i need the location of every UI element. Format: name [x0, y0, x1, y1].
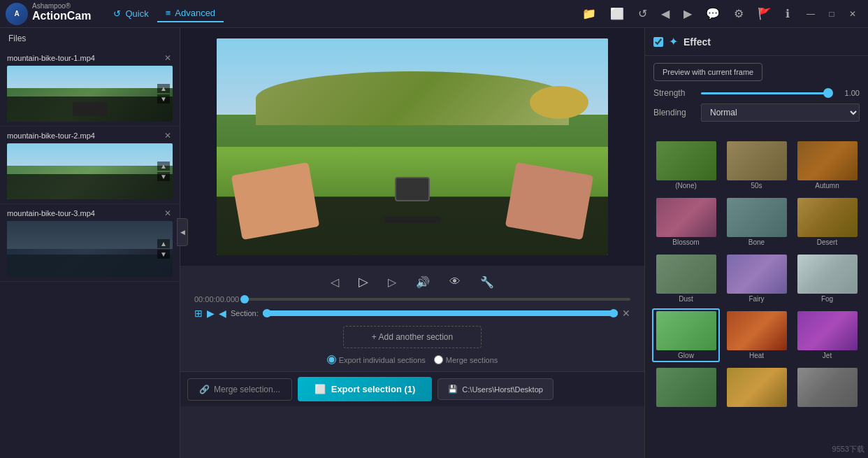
folder-icon[interactable]: 📁	[578, 4, 600, 23]
file-close-3[interactable]: ✕	[163, 208, 173, 218]
scroll-up-1[interactable]: ▲	[157, 84, 170, 93]
play-btn[interactable]: ▷	[354, 273, 372, 291]
tools-btn[interactable]: 🔧	[476, 274, 498, 290]
export-individual-option[interactable]: Export individual sections	[327, 355, 426, 364]
file-header-1: mountain-bike-tour-1.mp4 ✕	[7, 53, 173, 63]
export-individual-radio[interactable]	[327, 355, 336, 364]
effect-item-desert[interactable]: Desert	[793, 195, 861, 249]
effect-item-glow[interactable]: Glow	[652, 308, 720, 362]
settings-icon[interactable]: ⚙	[730, 4, 748, 23]
sidebar-collapse-btn[interactable]: ◀	[177, 218, 188, 246]
file-thumb-3[interactable]: ▲ ▼	[7, 221, 173, 277]
effect-item-jet[interactable]: Jet	[793, 308, 861, 362]
effect-grid: (None)50sAutumnBlossomBoneDesertDustFair…	[645, 134, 868, 415]
titlebar: A Ashampoo® ActionCam ↺ Quick ≡ Advanced…	[0, 0, 868, 28]
blending-select[interactable]: Normal Multiply Screen Overlay	[701, 103, 860, 122]
effect-item-dust[interactable]: Dust	[652, 252, 720, 306]
add-section-btn[interactable]: + Add another section	[343, 326, 482, 348]
volume-btn[interactable]: 🔊	[412, 274, 434, 290]
info-icon[interactable]: ℹ	[781, 4, 794, 23]
effect-thumb-desert	[797, 198, 858, 237]
logo-icon: A	[6, 3, 28, 25]
next-frame-btn[interactable]: ▷	[384, 274, 400, 290]
maximize-button[interactable]: □	[822, 4, 841, 24]
file-close-1[interactable]: ✕	[163, 53, 173, 63]
effect-sky-heat	[727, 311, 787, 335]
effect-sky-jet	[797, 311, 858, 335]
scroll-up-3[interactable]: ▲	[157, 239, 170, 248]
merge-sections-radio[interactable]	[434, 355, 443, 364]
merge-sections-label: Merge sections	[446, 356, 498, 364]
section-label: Section:	[231, 309, 259, 317]
video-hills	[256, 71, 569, 126]
section-next-icon[interactable]: ▶	[207, 308, 215, 319]
effect-item-none[interactable]: (None)	[652, 138, 720, 192]
effect-item-fairy[interactable]: Fairy	[723, 252, 790, 306]
effect-thumb-fairy	[727, 255, 787, 294]
file-close-2[interactable]: ✕	[163, 131, 173, 141]
preview-current-frame-btn[interactable]: Preview with current frame	[653, 63, 762, 81]
effect-thumb-none	[656, 141, 716, 180]
section-add-icon[interactable]: ⊞	[194, 308, 203, 319]
effect-item-50s[interactable]: 50s	[723, 138, 790, 192]
scroll-down-3[interactable]: ▼	[157, 250, 170, 259]
section-handle-right[interactable]	[609, 309, 618, 317]
scroll-up-2[interactable]: ▲	[157, 162, 170, 171]
minimize-button[interactable]: —	[801, 4, 820, 24]
effect-sky-fog	[797, 255, 858, 278]
file-thumb-1[interactable]: ▲ ▼	[7, 66, 173, 122]
destination-btn[interactable]: 💾 C:\Users\Horst\Desktop	[437, 378, 554, 400]
scroll-down-2[interactable]: ▼	[157, 172, 170, 181]
effect-item-more3[interactable]	[793, 365, 861, 411]
timeline-thumb[interactable]	[240, 295, 249, 303]
strength-row: Strength 1.00	[653, 88, 860, 98]
effect-item-more1[interactable]	[652, 365, 720, 411]
preview-eye-btn[interactable]: 👁	[445, 274, 465, 289]
flag-icon[interactable]: 🚩	[753, 4, 776, 23]
effect-item-autumn[interactable]: Autumn	[793, 138, 861, 192]
merge-sections-option[interactable]: Merge sections	[434, 355, 498, 364]
effect-item-bone[interactable]: Bone	[723, 195, 790, 249]
merge-selection-btn[interactable]: 🔗 Merge selection...	[187, 378, 292, 401]
quick-nav[interactable]: ↺ Quick	[105, 6, 157, 22]
section-clear-btn[interactable]: ✕	[622, 308, 630, 319]
section-handle-left[interactable]	[263, 309, 271, 317]
effect-label-none: (None)	[675, 182, 697, 189]
video-handlebar-bar	[384, 216, 440, 223]
section-track[interactable]	[263, 310, 618, 316]
file-thumb-2[interactable]: ▲ ▼	[7, 143, 173, 199]
copy-icon[interactable]: ⬜	[606, 4, 628, 23]
thumb-sky-2	[7, 143, 173, 166]
effect-thumb-autumn	[797, 141, 858, 180]
video-hands-left	[231, 162, 319, 240]
blending-label: Blending	[653, 108, 695, 117]
undo-icon[interactable]: ↺	[634, 4, 651, 23]
dest-icon: 💾	[448, 385, 458, 394]
effect-label-fog: Fog	[821, 295, 833, 303]
effect-item-heat[interactable]: Heat	[723, 308, 790, 362]
advanced-nav[interactable]: ≡ Advanced	[157, 5, 224, 22]
effect-visual-more3	[797, 368, 858, 407]
effect-visual-jet	[797, 311, 858, 350]
effect-item-blossom[interactable]: Blossom	[652, 195, 720, 249]
effect-label-fairy: Fairy	[748, 295, 764, 303]
prev-frame-btn[interactable]: ◁	[326, 274, 343, 290]
forward-icon[interactable]: ▶	[679, 4, 696, 23]
section-prev-icon[interactable]: ◀	[219, 308, 226, 319]
file-item-2: mountain-bike-tour-2.mp4 ✕ ▲ ▼	[0, 127, 180, 204]
back-icon[interactable]: ◀	[657, 4, 674, 23]
timeline-track[interactable]	[245, 298, 630, 301]
scroll-down-1[interactable]: ▼	[157, 94, 170, 103]
effect-controls: Preview with current frame Strength 1.00…	[645, 56, 868, 134]
effect-item-more2[interactable]	[723, 365, 790, 411]
effect-item-fog[interactable]: Fog	[793, 252, 861, 306]
chat-icon[interactable]: 💬	[702, 4, 724, 23]
close-button[interactable]: ✕	[843, 4, 862, 24]
export-selection-btn[interactable]: ⬜ Export selection (1)	[298, 377, 433, 401]
file-item-3: mountain-bike-tour-3.mp4 ✕ ▲ ▼	[0, 204, 180, 282]
logo-letter: A	[14, 10, 19, 17]
video-bush	[530, 86, 588, 119]
effect-sky-desert	[797, 198, 858, 222]
strength-slider[interactable]	[701, 92, 833, 94]
effect-enable-checkbox[interactable]	[653, 37, 663, 47]
